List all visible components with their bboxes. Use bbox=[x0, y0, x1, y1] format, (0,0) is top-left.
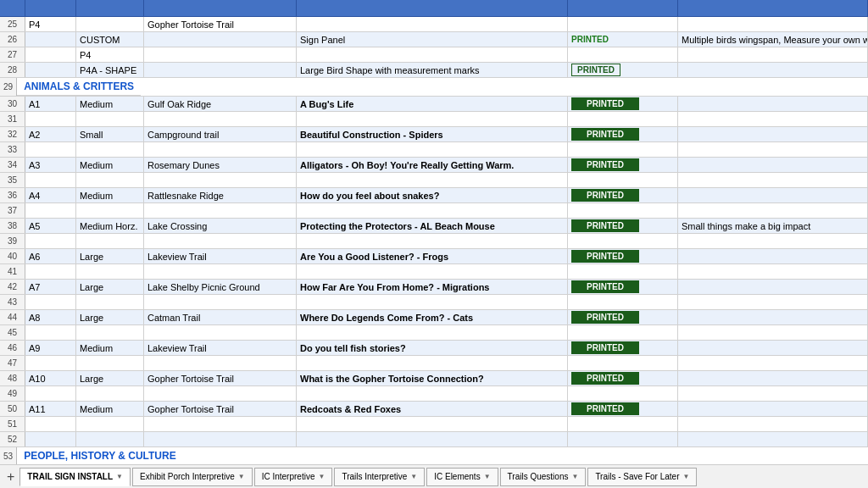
status-badge: PRINTED bbox=[571, 280, 639, 293]
row-number: 49 bbox=[0, 386, 25, 401]
cell-size bbox=[76, 142, 144, 157]
status-badge: PRINTED bbox=[571, 311, 639, 324]
cell-trail bbox=[144, 295, 297, 309]
tab-trails-questions[interactable]: Trails Questions▼ bbox=[500, 468, 587, 486]
section-header-label: ANIMALS & CRITTERS bbox=[17, 78, 141, 96]
cell-id bbox=[25, 432, 76, 446]
cell-trail: Gopher Tortoise Trail bbox=[144, 371, 297, 385]
cell-trail: Lakeview Trail bbox=[144, 341, 297, 355]
tab-dropdown-icon[interactable]: ▼ bbox=[484, 473, 491, 480]
cell-notes bbox=[678, 63, 868, 77]
header-rownum bbox=[0, 0, 25, 16]
cell-notes bbox=[678, 97, 868, 111]
table-row: 25P4Gopher Tortoise Trail bbox=[0, 17, 868, 32]
cell-id bbox=[25, 173, 76, 187]
cell-title bbox=[297, 417, 568, 431]
tab-ic-elements[interactable]: IC Elements▼ bbox=[426, 468, 498, 486]
cell-status bbox=[568, 203, 678, 218]
cell-notes bbox=[678, 112, 868, 126]
cell-id bbox=[25, 47, 76, 62]
spreadsheet: 25P4Gopher Tortoise Trail26CUSTOMSign Pa… bbox=[0, 0, 868, 488]
cell-size bbox=[76, 234, 144, 248]
cell-status: PRINTED bbox=[568, 280, 678, 294]
cell-notes bbox=[678, 386, 868, 401]
row-number: 50 bbox=[0, 402, 25, 416]
cell-title bbox=[297, 142, 568, 157]
cell-size: Medium bbox=[76, 97, 144, 111]
tab-ic-interpretive[interactable]: IC Interpretive▼ bbox=[254, 468, 333, 486]
status-outline: PRINTED bbox=[571, 64, 620, 76]
row-number: 28 bbox=[0, 63, 25, 77]
cell-id bbox=[25, 356, 76, 370]
cell-size bbox=[76, 386, 144, 401]
cell-notes bbox=[678, 310, 868, 324]
cell-id bbox=[25, 295, 76, 309]
section-header-row: 29ANIMALS & CRITTERS bbox=[0, 78, 868, 97]
tab-dropdown-icon[interactable]: ▼ bbox=[116, 473, 123, 480]
cell-notes bbox=[678, 280, 868, 294]
cell-title: Sign Panel bbox=[297, 32, 568, 47]
table-row: 33 bbox=[0, 142, 868, 158]
tab-dropdown-icon[interactable]: ▼ bbox=[410, 473, 417, 480]
cell-title: What is the Gopher Tortoise Connection? bbox=[297, 371, 568, 385]
table-row: 47 bbox=[0, 356, 868, 371]
cell-title: Beautiful Construction - Spiders bbox=[297, 127, 568, 141]
section-header-row: 53PEOPLE, HISTORY & CULTURE bbox=[0, 447, 868, 464]
status-badge: PRINTED bbox=[571, 189, 639, 202]
table-row: 45 bbox=[0, 325, 868, 341]
cell-size: Small bbox=[76, 127, 144, 141]
row-number: 31 bbox=[0, 112, 25, 126]
row-number: 29 bbox=[0, 78, 17, 96]
status-badge: PRINTED bbox=[571, 158, 639, 171]
header-size bbox=[76, 0, 144, 16]
cell-trail: Rosemary Dunes bbox=[144, 158, 297, 172]
cell-status bbox=[568, 356, 678, 370]
tab-exhibit-porch-interpretive[interactable]: Exhibit Porch Interpretive▼ bbox=[132, 468, 253, 486]
status-text: PRINTED bbox=[571, 35, 609, 44]
tab-trails-interpretive[interactable]: Trails Interpretive▼ bbox=[334, 468, 425, 486]
tab-trail-sign-install[interactable]: TRAIL SIGN INSTALL▼ bbox=[19, 468, 131, 486]
table-row: 51 bbox=[0, 417, 868, 432]
cell-trail bbox=[144, 264, 297, 279]
cell-status: PRINTED bbox=[568, 188, 678, 202]
cell-status bbox=[568, 173, 678, 187]
tab-dropdown-icon[interactable]: ▼ bbox=[238, 473, 245, 480]
cell-title: Alligators - Oh Boy! You're Really Getti… bbox=[297, 158, 568, 172]
tab-trails---save-for-later[interactable]: Trails - Save For Later▼ bbox=[587, 468, 697, 486]
status-badge: PRINTED bbox=[571, 219, 639, 232]
cell-size bbox=[76, 295, 144, 309]
cell-id: A7 bbox=[25, 280, 76, 294]
cell-id bbox=[25, 32, 76, 47]
row-number: 39 bbox=[0, 234, 25, 248]
cell-trail bbox=[144, 63, 297, 77]
table-row: 32A2SmallCampground trailBeautiful Const… bbox=[0, 127, 868, 142]
cell-id: A11 bbox=[25, 402, 76, 416]
row-number: 35 bbox=[0, 173, 25, 187]
header-notes bbox=[678, 0, 868, 16]
cell-notes bbox=[678, 295, 868, 309]
cell-notes bbox=[678, 127, 868, 141]
cell-trail bbox=[144, 234, 297, 248]
row-number: 52 bbox=[0, 432, 25, 446]
cell-status: PRINTED bbox=[568, 402, 678, 416]
cell-notes bbox=[678, 264, 868, 279]
cell-id bbox=[25, 417, 76, 431]
status-badge: PRINTED bbox=[571, 128, 639, 141]
tab-dropdown-icon[interactable]: ▼ bbox=[682, 473, 689, 480]
cell-status: PRINTED bbox=[568, 219, 678, 233]
cell-trail: Lake Shelby Picnic Ground bbox=[144, 280, 297, 294]
cell-trail: Gopher Tortoise Trail bbox=[144, 17, 297, 31]
cell-status: PRINTED bbox=[568, 310, 678, 324]
table-row: 52 bbox=[0, 432, 868, 447]
tab-dropdown-icon[interactable]: ▼ bbox=[571, 473, 578, 480]
cell-notes bbox=[678, 402, 868, 416]
cell-title: Redcoats & Red Foxes bbox=[297, 402, 568, 416]
cell-title: Protecting the Protectors - AL Beach Mou… bbox=[297, 219, 568, 233]
cell-id: A3 bbox=[25, 158, 76, 172]
tab-dropdown-icon[interactable]: ▼ bbox=[318, 473, 325, 480]
cell-status: PRINTED bbox=[568, 371, 678, 385]
header-status bbox=[568, 0, 678, 16]
add-sheet-button[interactable]: + bbox=[3, 469, 18, 485]
cell-id bbox=[25, 112, 76, 126]
cell-trail bbox=[144, 173, 297, 187]
